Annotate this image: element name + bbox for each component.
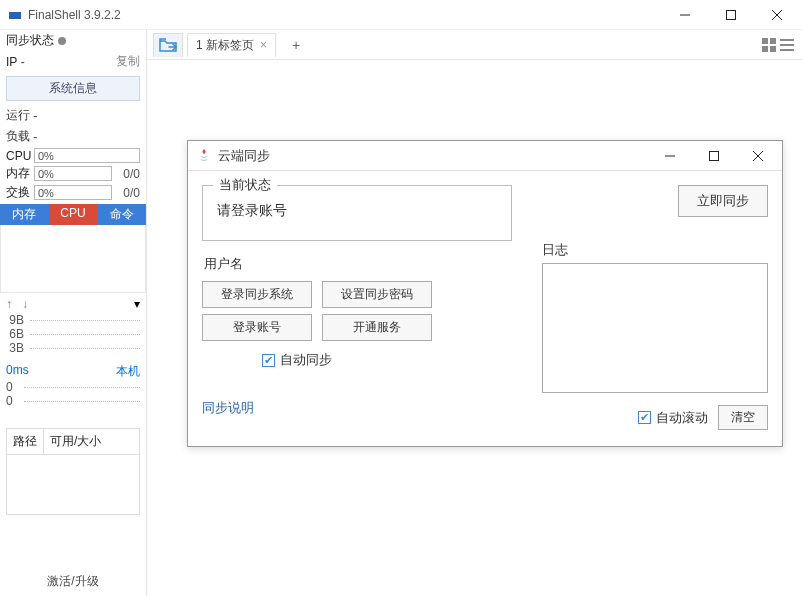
status-legend: 当前状态: [213, 176, 277, 194]
cpu-bar: 0%: [34, 148, 140, 163]
add-tab-button[interactable]: +: [288, 37, 304, 53]
svg-rect-3: [727, 10, 736, 19]
view-toggles: [762, 38, 802, 52]
load-row: 负载 -: [0, 126, 146, 147]
ip-value: -: [21, 55, 25, 69]
java-icon: [196, 148, 212, 164]
latency-value: 0ms: [6, 363, 29, 380]
ip-label: IP: [6, 55, 17, 69]
checkbox-icon: ✔: [262, 354, 275, 367]
username-label: 用户名: [204, 255, 512, 273]
net-tick: 3B: [6, 341, 30, 355]
load-label: 负载: [6, 128, 30, 145]
swap-label: 交换: [6, 184, 34, 201]
dialog-title: 云端同步: [218, 147, 648, 165]
auto-sync-checkbox[interactable]: ✔ 自动同步: [262, 351, 512, 369]
download-icon: ↓: [22, 297, 28, 311]
content-body: 云端同步 当前状态 请登录账号 用户名: [147, 60, 802, 596]
col-usage[interactable]: 可用/大小: [44, 429, 139, 454]
set-sync-password-button[interactable]: 设置同步密码: [322, 281, 432, 308]
cpu-row: CPU 0%: [0, 147, 146, 164]
titlebar: FinalShell 3.9.2.2: [0, 0, 802, 30]
folder-button[interactable]: [153, 33, 183, 57]
swap-row: 交换 0% 0/0: [0, 183, 146, 202]
lat-tick: 0: [6, 380, 18, 394]
sync-help-link[interactable]: 同步说明: [202, 399, 512, 417]
tab-toolbar: 1 新标签页 × +: [147, 30, 802, 60]
memory-row: 内存 0% 0/0: [0, 164, 146, 183]
running-value: -: [33, 109, 37, 123]
disk-table-header: 路径 可用/大小: [6, 428, 140, 455]
activate-link[interactable]: 激活/升级: [0, 567, 146, 596]
dialog-minimize-button[interactable]: [648, 142, 692, 170]
svg-rect-1: [9, 9, 21, 12]
latency-graph: 0 0: [0, 380, 146, 408]
tab-item[interactable]: 1 新标签页 ×: [187, 33, 276, 57]
dialog-titlebar[interactable]: 云端同步: [188, 141, 782, 171]
memory-side: 0/0: [112, 167, 140, 181]
latency-row: 0ms 本机: [0, 359, 146, 380]
log-textarea[interactable]: [542, 263, 768, 393]
net-graph: 9B 6B 3B: [0, 313, 146, 359]
svg-rect-9: [770, 46, 776, 52]
monitor-tabs: 内存 CPU 命令: [0, 204, 146, 225]
running-label: 运行: [6, 107, 30, 124]
svg-rect-11: [780, 44, 794, 46]
folder-icon: [159, 38, 177, 52]
lat-tick: 0: [6, 394, 18, 408]
net-arrows: ↑ ↓ ▾: [0, 293, 146, 313]
memory-label: 内存: [6, 165, 34, 182]
dialog-close-button[interactable]: [736, 142, 780, 170]
svg-rect-12: [780, 49, 794, 51]
auto-scroll-checkbox[interactable]: ✔ 自动滚动: [638, 409, 708, 427]
upload-icon: ↑: [6, 297, 12, 311]
sync-status-label: 同步状态: [6, 32, 54, 49]
list-view-icon[interactable]: [780, 38, 794, 52]
maximize-button[interactable]: [708, 0, 754, 30]
grid-view-icon[interactable]: [762, 38, 776, 52]
svg-rect-7: [770, 38, 776, 44]
monitor-graph: [0, 225, 146, 293]
swap-bar: 0%: [34, 185, 112, 200]
tab-cpu[interactable]: CPU: [49, 204, 98, 225]
sync-now-button[interactable]: 立即同步: [678, 185, 768, 217]
host-label[interactable]: 本机: [116, 363, 140, 380]
swap-side: 0/0: [112, 186, 140, 200]
login-sync-button[interactable]: 登录同步系统: [202, 281, 312, 308]
net-tick: 9B: [6, 313, 30, 327]
auto-scroll-label: 自动滚动: [656, 409, 708, 427]
app-icon: [8, 8, 22, 22]
tab-command[interactable]: 命令: [97, 204, 146, 225]
tab-close-icon[interactable]: ×: [260, 38, 267, 52]
tab-label: 1 新标签页: [196, 37, 254, 54]
svg-rect-10: [780, 39, 794, 41]
clear-button[interactable]: 清空: [718, 405, 768, 430]
system-info-button[interactable]: 系统信息: [6, 76, 140, 101]
net-tick: 6B: [6, 327, 30, 341]
running-row: 运行 -: [0, 105, 146, 126]
svg-rect-14: [710, 151, 719, 160]
col-path[interactable]: 路径: [7, 429, 44, 454]
status-text: 请登录账号: [215, 194, 499, 220]
disk-table-body: [6, 455, 140, 515]
tab-memory[interactable]: 内存: [0, 204, 49, 225]
copy-button[interactable]: 复制: [116, 53, 140, 70]
svg-rect-6: [762, 38, 768, 44]
dialog-maximize-button[interactable]: [692, 142, 736, 170]
checkbox-icon: ✔: [638, 411, 651, 424]
open-service-button[interactable]: 开通服务: [322, 314, 432, 341]
load-value: -: [33, 130, 37, 144]
content-area: 1 新标签页 × + 云端同步: [147, 30, 802, 596]
minimize-button[interactable]: [662, 0, 708, 30]
auto-sync-label: 自动同步: [280, 351, 332, 369]
window-controls: [662, 0, 800, 30]
svg-rect-8: [762, 46, 768, 52]
memory-bar: 0%: [34, 166, 112, 181]
ip-row: IP - 复制: [0, 51, 146, 72]
log-label: 日志: [542, 241, 768, 259]
app-title: FinalShell 3.9.2.2: [28, 8, 662, 22]
status-fieldset: 当前状态 请登录账号: [202, 185, 512, 241]
login-account-button[interactable]: 登录账号: [202, 314, 312, 341]
dropdown-icon[interactable]: ▾: [134, 297, 140, 311]
close-button[interactable]: [754, 0, 800, 30]
